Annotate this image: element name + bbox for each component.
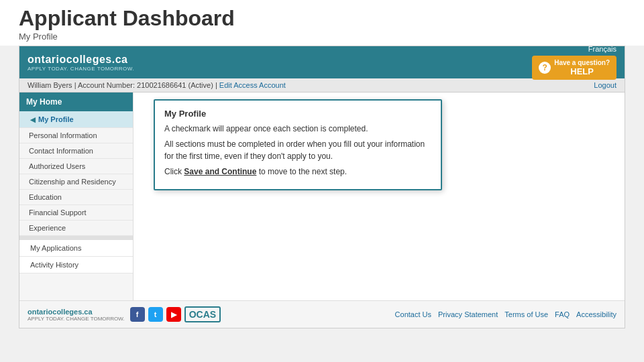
site-logo: ontariocolleges.ca APPLY TODAY. CHANGE T… <box>28 54 134 72</box>
footer-logo-sub: APPLY TODAY. CHANGE TOMORROW. <box>28 316 125 322</box>
facebook-icon[interactable]: f <box>130 307 145 322</box>
francais-link[interactable]: Français <box>588 45 616 53</box>
tooltip-line1: A checkmark will appear once each sectio… <box>164 123 431 135</box>
page-title: Applicant Dashboard <box>19 7 625 30</box>
footer-left: ontariocolleges.ca APPLY TODAY. CHANGE T… <box>28 306 221 322</box>
tooltip-line2: All sections must be completed in order … <box>164 138 431 162</box>
footer-accessibility[interactable]: Accessibility <box>576 310 616 318</box>
question-icon: ? <box>539 62 551 74</box>
footer-privacy[interactable]: Privacy Statement <box>438 310 498 318</box>
sidebar-education[interactable]: Education <box>19 190 133 205</box>
header-right: Français ? Have a question? HELP <box>532 45 616 80</box>
main-content: My Profile A checkmark will appear once … <box>133 93 625 300</box>
account-info: William Byers | Account Number: 21002168… <box>28 81 286 89</box>
help-question-text: Have a question? HELP <box>554 59 610 76</box>
page-subtitle: My Profile <box>19 32 625 42</box>
ocas-logo[interactable]: OCAS <box>184 306 221 322</box>
tooltip-popup: My Profile A checkmark will appear once … <box>154 99 442 190</box>
account-number: 210021686641 <box>137 81 186 89</box>
sidebar-my-applications[interactable]: My Applications <box>19 240 133 257</box>
sidebar-citizenship[interactable]: Citizenship and Residency <box>19 174 133 190</box>
sidebar: My Home My Profile Personal Information … <box>19 93 133 300</box>
sidebar-experience[interactable]: Experience <box>19 221 133 236</box>
site-footer: ontariocolleges.ca APPLY TODAY. CHANGE T… <box>19 300 625 328</box>
sidebar-personal-info[interactable]: Personal Information <box>19 128 133 143</box>
sidebar-my-home[interactable]: My Home <box>19 93 133 111</box>
sidebar-item-myprofile[interactable]: My Profile <box>19 111 133 128</box>
social-icons: f t ▶ OCAS <box>130 306 221 322</box>
sidebar-activity-history[interactable]: Activity History <box>19 257 133 274</box>
content-area: My Home My Profile Personal Information … <box>19 93 625 300</box>
tooltip-line3-post: to move to the next step. <box>256 167 347 176</box>
help-label: HELP <box>570 66 594 76</box>
footer-links: Contact Us Privacy Statement Terms of Us… <box>395 310 616 318</box>
footer-terms[interactable]: Terms of Use <box>504 310 548 318</box>
footer-contact-us[interactable]: Contact Us <box>395 310 431 318</box>
site-container: ontariocolleges.ca APPLY TODAY. CHANGE T… <box>19 46 625 328</box>
help-button[interactable]: ? Have a question? HELP <box>532 56 616 80</box>
sidebar-contact-info[interactable]: Contact Information <box>19 143 133 159</box>
sidebar-financial-support[interactable]: Financial Support <box>19 205 133 221</box>
youtube-icon[interactable]: ▶ <box>166 307 181 322</box>
footer-logo: ontariocolleges.ca APPLY TODAY. CHANGE T… <box>28 308 125 322</box>
account-bar: William Byers | Account Number: 21002168… <box>19 78 625 93</box>
logout-button[interactable]: Logout <box>594 81 616 89</box>
account-status: (Active) <box>189 81 213 89</box>
account-label: Account Number: <box>78 81 135 89</box>
logo-main-text: ontariocolleges.ca <box>28 54 134 66</box>
tooltip-title: My Profile <box>164 109 431 119</box>
tooltip-line3: Click Save and Continue to move to the n… <box>164 166 431 178</box>
save-continue-link: Save and Continue <box>184 167 256 176</box>
tooltip-line3-pre: Click <box>164 167 184 176</box>
footer-logo-text: ontariocolleges.ca <box>28 308 125 316</box>
edit-access-link[interactable]: Edit Access Account <box>219 81 286 89</box>
sidebar-authorized-users[interactable]: Authorized Users <box>19 159 133 174</box>
footer-faq[interactable]: FAQ <box>555 310 570 318</box>
site-header: ontariocolleges.ca APPLY TODAY. CHANGE T… <box>19 46 625 78</box>
logo-sub-text: APPLY TODAY. CHANGE TOMORROW. <box>28 66 134 72</box>
page-header: Applicant Dashboard My Profile <box>0 0 644 46</box>
user-name: William Byers <box>28 81 72 89</box>
twitter-icon[interactable]: t <box>148 307 163 322</box>
tooltip-body: A checkmark will appear once each sectio… <box>164 123 431 178</box>
